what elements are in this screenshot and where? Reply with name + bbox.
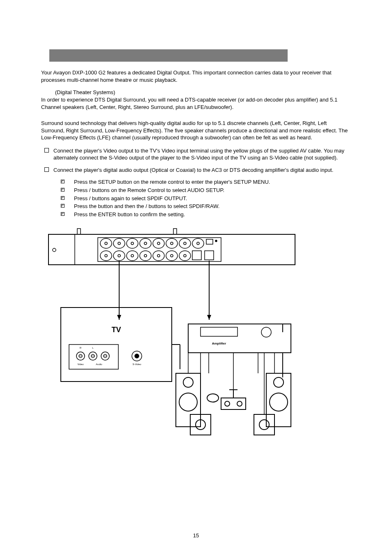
setup-substeps: Press the SETUP button on the remote con… <box>61 178 351 218</box>
step-1: Connect the player's Video output to the… <box>41 147 351 162</box>
diagram-l-label: L <box>92 347 94 349</box>
section-header-bar <box>49 49 288 62</box>
substep-5: Press the ENTER button to confirm the se… <box>61 211 351 218</box>
intro-paragraph: Your Avayon DXP-1000 G2 features a dedic… <box>41 69 351 83</box>
substep-2: Press / buttons on the Remote Control to… <box>61 187 351 194</box>
svg-point-69 <box>274 377 284 387</box>
svg-rect-0 <box>77 229 81 234</box>
svg-point-56 <box>135 354 139 358</box>
dts-paragraph: In order to experience DTS Digital Surro… <box>41 96 351 111</box>
svg-point-61 <box>261 327 271 337</box>
svg-marker-41 <box>117 315 121 320</box>
svg-rect-59 <box>188 324 291 353</box>
diagram-r-label: R <box>80 347 82 349</box>
page: Your Avayon DXP-1000 G2 features a dedic… <box>0 0 392 555</box>
page-number: 15 <box>0 532 392 539</box>
svg-rect-2 <box>48 234 295 265</box>
svg-point-23 <box>215 240 217 242</box>
connection-diagram: TV R L Video Audio S-Video <box>44 225 351 441</box>
dts-subheading: (Digital Theater Systems) <box>55 89 351 95</box>
diagram-svideo-label: S-Video <box>132 363 141 365</box>
svg-point-80 <box>259 420 269 430</box>
svg-point-73 <box>237 401 242 406</box>
surround-paragraph: Surround sound technology that delivers … <box>41 120 351 141</box>
diagram-audio-label: Audio <box>96 363 102 365</box>
diagram-amplifier-label: Amplifier <box>212 342 226 345</box>
svg-rect-60 <box>201 327 238 336</box>
substep-3: Press / buttons again to select SPDIF OU… <box>61 195 351 202</box>
diagram-tv-label: TV <box>111 326 121 334</box>
svg-point-76 <box>207 394 219 402</box>
svg-marker-43 <box>207 315 211 320</box>
substep-1: Press the SETUP button on the remote con… <box>61 178 351 186</box>
svg-point-72 <box>225 401 230 406</box>
svg-point-67 <box>179 393 197 411</box>
diagram-video-label: Video <box>77 363 84 365</box>
svg-rect-79 <box>254 414 274 435</box>
svg-point-70 <box>270 393 288 411</box>
step-2: Connect the player's digital audio outpu… <box>41 166 351 174</box>
svg-rect-1 <box>173 229 177 234</box>
substep-4: Press the button and then the / buttons … <box>61 203 351 210</box>
svg-point-66 <box>183 377 193 387</box>
connection-steps: Connect the player's Video output to the… <box>41 147 351 174</box>
